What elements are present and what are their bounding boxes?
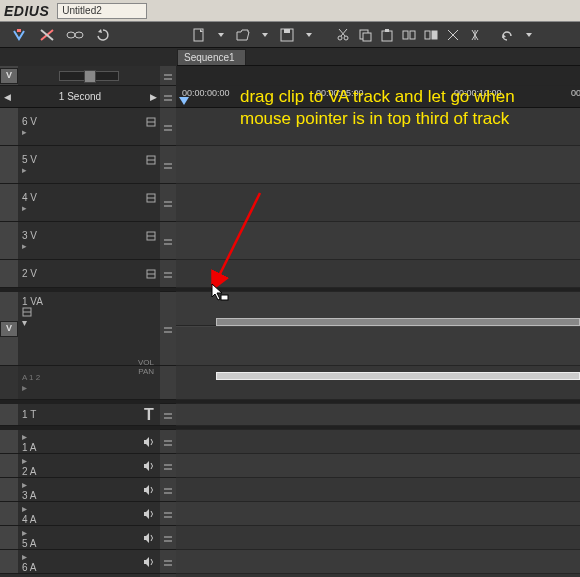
open-icon[interactable] [234, 26, 252, 44]
lock-toggle[interactable] [160, 454, 176, 478]
tool-left-1-icon[interactable] [10, 26, 28, 44]
v-badge[interactable]: V [0, 292, 18, 365]
track-header-1va[interactable]: V 1 VA ▾ VOLPAN [0, 292, 160, 366]
track-header-3a[interactable]: ▸ 3 A [0, 478, 160, 502]
expand-icon[interactable]: ▸ [22, 455, 134, 466]
lock-toggle[interactable] [160, 526, 176, 550]
tool-left-2-icon[interactable] [38, 26, 56, 44]
expand-icon[interactable]: ▸ [22, 203, 156, 213]
timeline[interactable]: 00:00:00:00 00:00:05:00 00:00:10:00 00:0… [176, 66, 580, 577]
timeline-row[interactable] [176, 366, 580, 400]
lock-toggle[interactable] [160, 430, 176, 454]
lock-toggle[interactable] [160, 146, 176, 184]
dropdown-2-icon[interactable] [256, 26, 274, 44]
lock-toggle[interactable] [160, 550, 176, 574]
tool-e1-icon[interactable] [444, 26, 462, 44]
sequence-tab[interactable]: Sequence1 [177, 49, 246, 65]
track-header-2a[interactable]: ▸ 2 A [0, 454, 160, 478]
tool-left-3-icon[interactable] [66, 26, 84, 44]
tool-d2-icon[interactable] [422, 26, 440, 44]
expand-icon[interactable]: ▸ [22, 165, 156, 175]
lock-toggle[interactable] [160, 292, 176, 366]
timeline-row[interactable] [176, 550, 580, 574]
timeline-row[interactable] [176, 478, 580, 502]
expand-icon[interactable]: ▸ [22, 551, 134, 562]
track-mode-icon[interactable] [146, 269, 156, 279]
track-mode-icon[interactable] [22, 307, 156, 317]
undo-icon[interactable] [498, 26, 516, 44]
expand-icon[interactable]: ▸ [22, 431, 134, 442]
lock-toggle[interactable] [160, 502, 176, 526]
timeline-row-va-bottom[interactable] [176, 326, 580, 366]
timeline-row[interactable] [176, 146, 580, 184]
lock-toggle[interactable] [160, 108, 176, 146]
lock-toggle[interactable] [160, 260, 176, 288]
dropdown-1-icon[interactable] [212, 26, 230, 44]
track-header-6v[interactable]: 6 V▸ [0, 108, 160, 146]
timeline-row[interactable] [176, 260, 580, 288]
expand-icon[interactable]: ▸ [22, 382, 156, 393]
track-header-asub[interactable]: A 1 2▸ [0, 366, 160, 400]
paste-icon[interactable] [378, 26, 396, 44]
tool-left-4-icon[interactable] [94, 26, 112, 44]
tool-e2-icon[interactable] [466, 26, 484, 44]
track-header-4a[interactable]: ▸ 4 A [0, 502, 160, 526]
lock-toggle[interactable] [160, 404, 176, 426]
track-header-3v[interactable]: 3 V▸ [0, 222, 160, 260]
speaker-icon[interactable] [138, 502, 160, 525]
track-header-6a[interactable]: ▸ 6 A [0, 550, 160, 574]
lock-toggle[interactable] [160, 366, 176, 400]
track-header-2v[interactable]: 2 V [0, 260, 160, 288]
timeline-row[interactable] [176, 502, 580, 526]
track-mode-icon[interactable] [146, 193, 156, 203]
track-header-4v[interactable]: 4 V▸ [0, 184, 160, 222]
clip[interactable] [216, 318, 580, 326]
playhead-icon[interactable] [179, 97, 189, 105]
expand-icon[interactable]: ▸ [22, 479, 134, 490]
track-mode-icon[interactable] [146, 117, 156, 127]
copy-icon[interactable] [356, 26, 374, 44]
lock-toggle[interactable] [160, 66, 176, 86]
track-header-1a[interactable]: ▸ 1 A [0, 430, 160, 454]
expand-icon[interactable]: ▸ [22, 241, 156, 251]
cut-icon[interactable] [334, 26, 352, 44]
project-title-field[interactable] [57, 3, 147, 19]
expand-icon[interactable]: ▸ [22, 127, 156, 137]
timeline-row[interactable] [176, 454, 580, 478]
dropdown-3-icon[interactable] [300, 26, 318, 44]
speaker-icon[interactable] [138, 454, 160, 477]
speaker-icon[interactable] [138, 526, 160, 549]
title-mode-icon[interactable]: T [138, 404, 160, 425]
lock-toggle[interactable] [160, 222, 176, 260]
track-header-5v[interactable]: 5 V▸ [0, 146, 160, 184]
timeline-row[interactable] [176, 184, 580, 222]
speaker-icon[interactable] [138, 550, 160, 573]
expand-icon[interactable]: ▸ [22, 503, 134, 514]
scale-prev-icon[interactable]: ◀ [0, 92, 14, 102]
expand-icon[interactable]: ▸ [22, 527, 134, 538]
track-mode-icon[interactable] [146, 231, 156, 241]
zoom-slider[interactable] [59, 71, 119, 81]
scale-next-icon[interactable]: ▶ [146, 92, 160, 102]
track-header-5a[interactable]: ▸ 5 A [0, 526, 160, 550]
collapse-icon[interactable]: ▾ [22, 317, 156, 328]
timeline-row[interactable] [176, 526, 580, 550]
timeline-row[interactable] [176, 430, 580, 454]
dropdown-4-icon[interactable] [520, 26, 538, 44]
tool-d1-icon[interactable] [400, 26, 418, 44]
lock-toggle[interactable] [160, 478, 176, 502]
timeline-row[interactable] [176, 222, 580, 260]
new-icon[interactable] [190, 26, 208, 44]
v-badge[interactable]: V [0, 66, 18, 85]
track-mode-icon[interactable] [146, 155, 156, 165]
lock-toggle[interactable] [160, 86, 176, 108]
clip[interactable] [216, 372, 580, 380]
speaker-icon[interactable] [138, 478, 160, 501]
timeline-row[interactable] [176, 404, 580, 426]
track-header-1t[interactable]: 1 T T [0, 404, 160, 426]
speaker-icon[interactable] [138, 430, 160, 453]
svg-point-7 [344, 36, 348, 40]
save-icon[interactable] [278, 26, 296, 44]
lock-toggle[interactable] [160, 184, 176, 222]
timeline-row-va-top[interactable] [176, 292, 580, 326]
